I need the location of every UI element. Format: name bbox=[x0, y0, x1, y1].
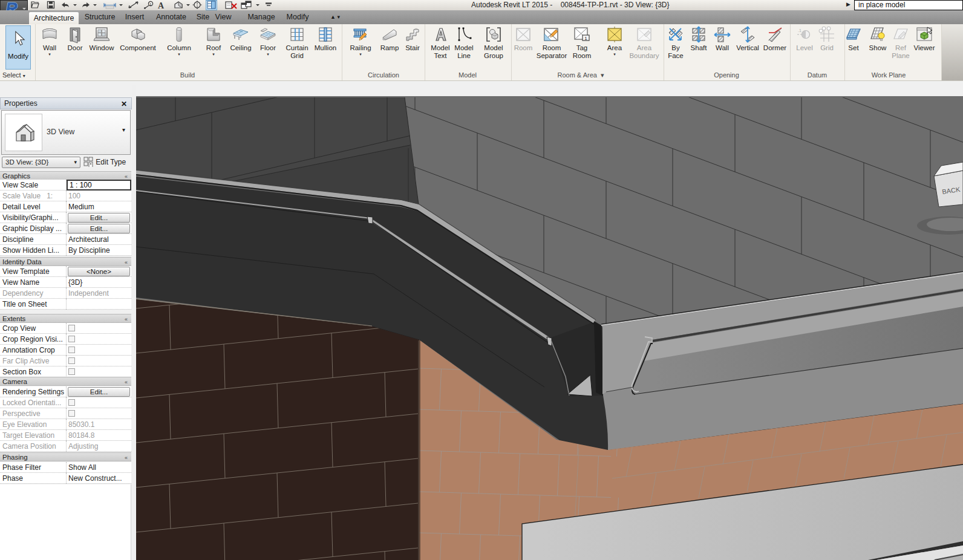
svg-text:.1: .1 bbox=[798, 28, 801, 33]
svg-text:1: 1 bbox=[149, 2, 152, 6]
svg-text:1: 1 bbox=[584, 36, 587, 41]
svg-text:A: A bbox=[158, 1, 165, 10]
